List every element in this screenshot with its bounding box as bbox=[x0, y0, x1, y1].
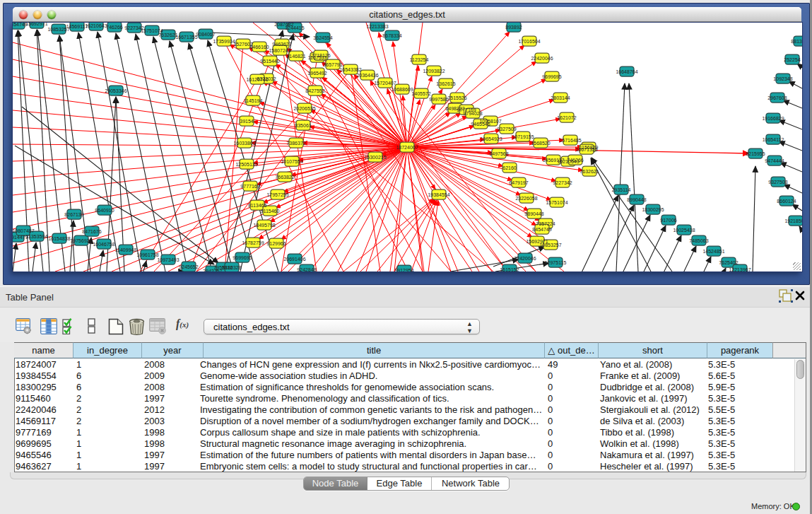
svg-text:9327509: 9327509 bbox=[497, 127, 516, 132]
svg-text:893892: 893892 bbox=[505, 25, 522, 30]
svg-text:8660124: 8660124 bbox=[777, 199, 796, 204]
svg-text:1405572: 1405572 bbox=[411, 91, 430, 96]
svg-text:8678334: 8678334 bbox=[382, 33, 401, 38]
svg-text:15716485: 15716485 bbox=[559, 138, 581, 143]
svg-text:16210643: 16210643 bbox=[85, 23, 107, 28]
svg-text:9699695: 9699695 bbox=[233, 255, 252, 260]
svg-text:6497568: 6497568 bbox=[489, 151, 508, 156]
svg-text:11409948: 11409948 bbox=[115, 247, 137, 252]
svg-text:9515440: 9515440 bbox=[260, 59, 279, 64]
svg-text:7663822: 7663822 bbox=[275, 175, 294, 180]
svg-text:2803144: 2803144 bbox=[551, 95, 570, 100]
svg-text:9657791: 9657791 bbox=[323, 62, 342, 67]
svg-text:7386372: 7386372 bbox=[286, 141, 305, 146]
svg-text:2967608: 2967608 bbox=[767, 95, 787, 100]
svg-text:9227342: 9227342 bbox=[553, 180, 572, 185]
svg-text:8640910: 8640910 bbox=[95, 208, 114, 213]
svg-text:7632621: 7632621 bbox=[579, 169, 599, 174]
svg-text:19756928: 19756928 bbox=[70, 238, 92, 243]
svg-text:18495798: 18495798 bbox=[253, 223, 275, 228]
svg-text:12505135: 12505135 bbox=[235, 162, 257, 167]
svg-text:746266: 746266 bbox=[567, 158, 583, 163]
svg-text:12213967: 12213967 bbox=[729, 267, 751, 272]
svg-text:12093822: 12093822 bbox=[423, 69, 445, 74]
svg-text:16671355: 16671355 bbox=[175, 35, 197, 40]
svg-text:1362615: 1362615 bbox=[436, 81, 455, 86]
svg-text:10688609: 10688609 bbox=[391, 87, 413, 92]
svg-text:9327508: 9327508 bbox=[768, 180, 787, 185]
svg-text:8813054: 8813054 bbox=[791, 39, 802, 44]
svg-text:10654112: 10654112 bbox=[763, 137, 784, 142]
svg-text:1568520: 1568520 bbox=[531, 141, 550, 146]
svg-text:1965492: 1965492 bbox=[307, 71, 326, 76]
svg-text:6466160: 6466160 bbox=[249, 45, 269, 49]
svg-text:15720407: 15720407 bbox=[374, 81, 396, 86]
svg-text:252254: 252254 bbox=[784, 57, 800, 62]
svg-text:1123254: 1123254 bbox=[410, 57, 429, 62]
svg-text:7625402: 7625402 bbox=[719, 260, 738, 265]
svg-text:9997586: 9997586 bbox=[429, 97, 448, 102]
svg-text:15807249: 15807249 bbox=[269, 48, 290, 53]
svg-text:16120746: 16120746 bbox=[246, 77, 268, 82]
svg-text:15751074: 15751074 bbox=[546, 200, 567, 205]
svg-text:9699695: 9699695 bbox=[542, 74, 561, 79]
svg-text:20364436: 20364436 bbox=[356, 73, 378, 78]
svg-text:9777169: 9777169 bbox=[240, 184, 259, 189]
svg-text:9463627: 9463627 bbox=[272, 42, 291, 47]
svg-text:15692971: 15692971 bbox=[25, 23, 47, 26]
svg-text:1615152: 1615152 bbox=[500, 267, 519, 272]
svg-text:2935114: 2935114 bbox=[612, 187, 631, 192]
svg-text:16782759: 16782759 bbox=[242, 240, 264, 245]
svg-text:10807487: 10807487 bbox=[13, 228, 35, 233]
svg-text:9146821: 9146821 bbox=[286, 54, 305, 59]
svg-text:9474444: 9474444 bbox=[765, 158, 784, 163]
svg-text:1621072: 1621072 bbox=[557, 115, 576, 120]
svg-text:22420046: 22420046 bbox=[531, 56, 553, 61]
svg-text:17957255: 17957255 bbox=[266, 192, 288, 197]
svg-text:10719155: 10719155 bbox=[512, 134, 534, 139]
svg-text:16543382: 16543382 bbox=[339, 67, 361, 72]
svg-text:62160: 62160 bbox=[502, 165, 517, 170]
svg-text:17016504: 17016504 bbox=[518, 39, 540, 44]
svg-text:19384554: 19384554 bbox=[428, 192, 449, 197]
svg-text:29053346: 29053346 bbox=[105, 88, 126, 93]
svg-text:11353594: 11353594 bbox=[26, 234, 48, 239]
svg-text:746266: 746266 bbox=[106, 25, 122, 30]
svg-text:17359934: 17359934 bbox=[213, 39, 235, 44]
svg-text:14524851: 14524851 bbox=[702, 249, 724, 254]
svg-text:16046758: 16046758 bbox=[93, 242, 114, 247]
svg-text:16648764: 16648764 bbox=[616, 69, 637, 74]
svg-text:8427552: 8427552 bbox=[305, 88, 324, 93]
svg-text:10107554: 10107554 bbox=[281, 159, 302, 164]
svg-text:18724007: 18724007 bbox=[396, 145, 418, 150]
svg-text:19166829: 19166829 bbox=[762, 116, 784, 121]
svg-text:2718126: 2718126 bbox=[311, 53, 330, 58]
svg-text:8186328: 8186328 bbox=[222, 265, 241, 270]
svg-text:835061: 835061 bbox=[295, 123, 311, 128]
svg-text:7357224: 7357224 bbox=[536, 221, 555, 226]
svg-text:1092348: 1092348 bbox=[773, 76, 792, 81]
svg-text:9113465: 9113465 bbox=[248, 203, 267, 208]
svg-text:9245652: 9245652 bbox=[179, 264, 198, 269]
svg-text:10961758: 10961758 bbox=[136, 252, 158, 257]
svg-text:23226058: 23226058 bbox=[515, 196, 537, 201]
svg-text:20691406: 20691406 bbox=[283, 257, 305, 262]
svg-text:19654923: 19654923 bbox=[480, 136, 502, 141]
svg-text:39154: 39154 bbox=[240, 119, 254, 124]
svg-text:8912954: 8912954 bbox=[394, 268, 413, 272]
svg-text:8990448: 8990448 bbox=[627, 197, 646, 202]
svg-text:12975115: 12975115 bbox=[545, 260, 567, 265]
svg-text:9465546: 9465546 bbox=[471, 122, 490, 127]
svg-text:7515526: 7515526 bbox=[447, 95, 466, 100]
svg-text:16671355: 16671355 bbox=[575, 147, 597, 152]
svg-text:9084067: 9084067 bbox=[196, 32, 215, 37]
svg-text:12213383: 12213383 bbox=[366, 24, 388, 29]
svg-text:10025438: 10025438 bbox=[673, 228, 695, 233]
svg-text:9129966: 9129966 bbox=[266, 241, 286, 246]
svg-text:16033809: 16033809 bbox=[233, 141, 255, 146]
svg-text:20206535: 20206535 bbox=[293, 106, 315, 111]
svg-text:8267130: 8267130 bbox=[64, 212, 83, 217]
svg-text:16154838: 16154838 bbox=[48, 236, 70, 241]
svg-text:15300215: 15300215 bbox=[364, 155, 386, 160]
svg-text:9242848: 9242848 bbox=[297, 267, 316, 272]
